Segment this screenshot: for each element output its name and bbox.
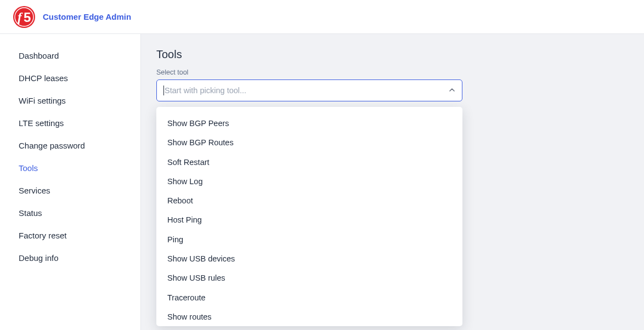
select-placeholder-text: Start with picking tool... xyxy=(165,86,246,95)
option-show-routes[interactable]: Show routes xyxy=(156,308,462,322)
sidebar-item-debug-info[interactable]: Debug info xyxy=(0,247,140,269)
sidebar-item-factory-reset[interactable]: Factory reset xyxy=(0,225,140,246)
brand-logo: f 5 xyxy=(11,4,37,30)
sidebar-item-lte-settings[interactable]: LTE settings xyxy=(0,112,140,134)
option-show-usb-devices[interactable]: Show USB devices xyxy=(156,250,462,268)
option-ping[interactable]: Ping xyxy=(156,231,462,248)
option-show-log[interactable]: Show Log xyxy=(156,173,462,190)
text-cursor xyxy=(163,86,164,95)
option-show-usb-rules[interactable]: Show USB rules xyxy=(156,269,462,287)
sidebar-item-services[interactable]: Services xyxy=(0,180,140,201)
option-reboot[interactable]: Reboot xyxy=(156,192,462,209)
chevron-up-icon xyxy=(449,86,455,95)
option-show-bgp-routes[interactable]: Show BGP Routes xyxy=(156,134,462,151)
app-header: f 5 Customer Edge Admin xyxy=(0,0,644,34)
sidebar-item-tools[interactable]: Tools xyxy=(0,157,140,179)
sidebar-item-status[interactable]: Status xyxy=(0,202,140,224)
sidebar-item-change-password[interactable]: Change password xyxy=(0,135,140,156)
content-area: Tools Select tool Start with picking too… xyxy=(141,34,644,330)
option-show-bgp-peers[interactable]: Show BGP Peers xyxy=(156,115,462,132)
select-tool-label: Select tool xyxy=(156,69,629,76)
option-traceroute[interactable]: Traceroute xyxy=(156,289,462,306)
option-host-ping[interactable]: Host Ping xyxy=(156,211,462,229)
page-title: Tools xyxy=(156,48,629,61)
select-tool-input[interactable]: Start with picking tool... xyxy=(156,79,462,101)
sidebar-item-dhcp-leases[interactable]: DHCP leases xyxy=(0,67,140,89)
svg-text:5: 5 xyxy=(24,10,31,25)
sidebar-item-wifi-settings[interactable]: WiFi settings xyxy=(0,90,140,111)
dropdown-scroll-area[interactable]: Show BGP Peers Show BGP Routes Soft Rest… xyxy=(156,111,462,322)
option-soft-restart[interactable]: Soft Restart xyxy=(156,153,462,171)
brand-title: Customer Edge Admin xyxy=(43,12,131,21)
select-tool-control: Start with picking tool... Show BGP Peer… xyxy=(156,79,462,101)
select-tool-dropdown: Show BGP Peers Show BGP Routes Soft Rest… xyxy=(156,107,462,326)
sidebar-item-dashboard[interactable]: Dashboard xyxy=(0,45,140,66)
sidebar-nav: Dashboard DHCP leases WiFi settings LTE … xyxy=(0,34,141,330)
